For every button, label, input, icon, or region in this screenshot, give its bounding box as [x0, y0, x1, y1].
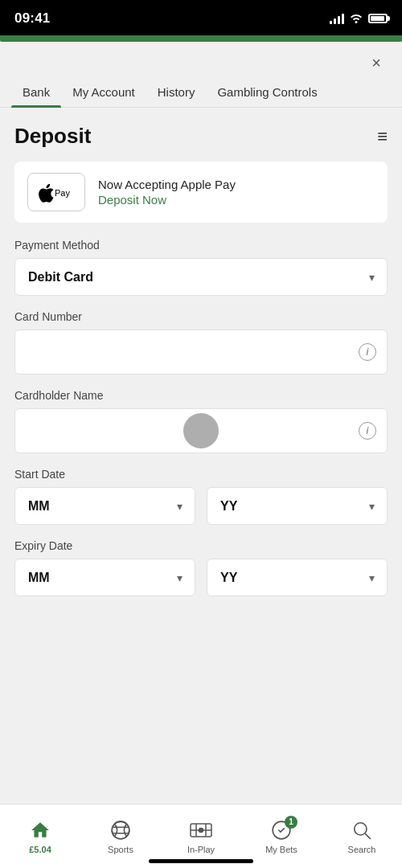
start-date-mm-wrapper[interactable]: MM ▾ [14, 487, 195, 525]
cardholder-name-input-wrapper: i [14, 408, 388, 453]
payment-method-label: Payment Method [14, 239, 388, 252]
status-bar: 09:41 [0, 0, 402, 35]
bottom-nav: £5.04 Sports In-Play [0, 804, 402, 868]
nav-item-search[interactable]: Search [322, 805, 402, 868]
card-number-section: Card Number i [0, 310, 402, 375]
sports-icon [109, 819, 132, 841]
svg-line-9 [365, 833, 371, 839]
nav-mybets-label: My Bets [265, 845, 297, 854]
card-number-input-wrapper: i [14, 330, 388, 375]
expiry-date-section: Expiry Date MM ▾ YY ▾ [0, 539, 402, 596]
cardholder-info-icon[interactable]: i [359, 422, 376, 440]
nav-item-mybets[interactable]: 1 My Bets [241, 805, 322, 868]
tab-history[interactable]: History [146, 77, 207, 107]
signal-icon [330, 13, 344, 24]
start-date-section: Start Date MM ▾ YY ▾ [0, 468, 402, 525]
card-number-info-icon[interactable]: i [359, 343, 376, 361]
start-date-row: MM ▾ YY ▾ [14, 487, 388, 525]
payment-method-select[interactable]: Debit Card [14, 258, 388, 296]
home-icon [29, 819, 51, 841]
apple-pay-deposit-link[interactable]: Deposit Now [98, 193, 375, 207]
expiry-date-yy-select[interactable]: YY [207, 559, 388, 596]
apple-pay-banner: Pay Now Accepting Apple Pay Deposit Now [14, 162, 388, 223]
status-icons [330, 12, 388, 26]
nav-item-sports[interactable]: Sports [80, 805, 161, 868]
mybets-icon: 1 [270, 819, 293, 841]
nav-inplay-label: In-Play [187, 845, 215, 854]
battery-icon [368, 14, 388, 23]
nav-search-label: Search [348, 845, 376, 854]
search-icon [351, 819, 373, 841]
mybets-badge: 1 [285, 816, 297, 829]
close-button[interactable]: × [365, 51, 388, 74]
start-date-mm-select[interactable]: MM [14, 487, 195, 525]
svg-text:Pay: Pay [55, 188, 70, 198]
expiry-date-row: MM ▾ YY ▾ [14, 559, 388, 596]
card-number-input[interactable] [14, 330, 388, 375]
modal-close-row: × [0, 42, 402, 77]
menu-icon[interactable]: ≡ [377, 126, 388, 147]
nav-sports-label: Sports [108, 845, 133, 854]
payment-method-select-wrapper[interactable]: Debit Card ▾ [14, 258, 388, 296]
apple-pay-title: Now Accepting Apple Pay [98, 178, 375, 191]
start-date-yy-select[interactable]: YY [207, 487, 388, 525]
expiry-date-label: Expiry Date [14, 539, 388, 552]
inplay-icon [190, 819, 212, 841]
content-area: Deposit ≡ Pay Now Accepting Apple Pay De… [0, 108, 402, 675]
card-number-label: Card Number [14, 310, 388, 323]
payment-method-section: Payment Method Debit Card ▾ [0, 239, 402, 296]
tab-my-account[interactable]: My Account [61, 77, 146, 107]
expiry-date-mm-wrapper[interactable]: MM ▾ [14, 559, 195, 596]
status-time: 09:41 [14, 10, 50, 27]
cardholder-name-label: Cardholder Name [14, 389, 388, 402]
apple-pay-text: Now Accepting Apple Pay Deposit Now [98, 178, 375, 207]
nav-home-label: £5.04 [29, 845, 51, 854]
start-date-yy-wrapper[interactable]: YY ▾ [207, 487, 388, 525]
expiry-date-yy-wrapper[interactable]: YY ▾ [207, 559, 388, 596]
tab-bank[interactable]: Bank [11, 77, 61, 107]
apple-pay-logo: Pay [27, 173, 85, 211]
indicator-bar [0, 35, 402, 42]
svg-point-6 [199, 828, 203, 832]
wifi-icon [349, 12, 363, 26]
expiry-date-mm-select[interactable]: MM [14, 559, 195, 596]
start-date-label: Start Date [14, 468, 388, 481]
svg-point-8 [355, 822, 367, 834]
cardholder-overlay [183, 413, 219, 448]
deposit-header: Deposit ≡ [0, 108, 402, 162]
tab-gambling-controls[interactable]: Gambling Controls [206, 77, 328, 107]
home-indicator [149, 859, 253, 863]
tabs: Bank My Account History Gambling Control… [0, 77, 402, 108]
apple-pay-logo-svg: Pay [35, 181, 77, 203]
cardholder-name-section: Cardholder Name i [0, 389, 402, 453]
nav-item-home[interactable]: £5.04 [0, 805, 80, 868]
deposit-title: Deposit [14, 124, 91, 149]
